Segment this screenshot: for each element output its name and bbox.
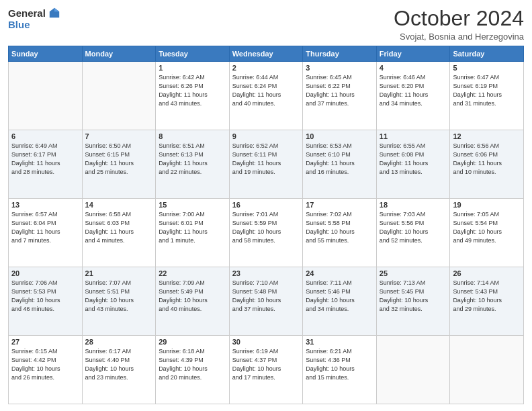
- table-row: 26Sunrise: 7:14 AM Sunset: 5:43 PM Dayli…: [450, 267, 524, 336]
- day-number: 19: [453, 201, 521, 209]
- table-row: [82, 62, 156, 130]
- day-info: Sunrise: 7:13 AM Sunset: 5:45 PM Dayligh…: [380, 279, 447, 314]
- table-row: 10Sunrise: 6:53 AM Sunset: 6:10 PM Dayli…: [303, 130, 377, 199]
- day-info: Sunrise: 6:50 AM Sunset: 6:15 PM Dayligh…: [85, 142, 153, 177]
- table-row: 13Sunrise: 6:57 AM Sunset: 6:04 PM Dayli…: [9, 199, 83, 267]
- table-row: 20Sunrise: 7:06 AM Sunset: 5:53 PM Dayli…: [9, 267, 83, 336]
- header-right: October 2024 Svojat, Bosnia and Herzegov…: [394, 7, 524, 42]
- day-number: 28: [85, 338, 153, 346]
- col-sunday: Sunday: [9, 46, 83, 62]
- col-wednesday: Wednesday: [229, 46, 303, 62]
- logo-icon: [48, 7, 60, 19]
- day-info: Sunrise: 6:19 AM Sunset: 4:37 PM Dayligh…: [232, 347, 300, 382]
- day-number: 12: [453, 132, 521, 140]
- day-number: 15: [159, 201, 226, 209]
- day-number: 30: [232, 338, 300, 346]
- table-row: 3Sunrise: 6:45 AM Sunset: 6:22 PM Daylig…: [303, 62, 377, 130]
- day-number: 31: [306, 338, 373, 346]
- day-info: Sunrise: 6:44 AM Sunset: 6:24 PM Dayligh…: [232, 73, 300, 108]
- table-row: 17Sunrise: 7:02 AM Sunset: 5:58 PM Dayli…: [303, 199, 377, 267]
- day-number: 23: [232, 269, 300, 277]
- day-number: 10: [306, 132, 373, 140]
- day-info: Sunrise: 6:46 AM Sunset: 6:20 PM Dayligh…: [380, 73, 447, 108]
- table-row: 24Sunrise: 7:11 AM Sunset: 5:46 PM Dayli…: [303, 267, 377, 336]
- day-number: 8: [159, 132, 226, 140]
- table-row: 5Sunrise: 6:47 AM Sunset: 6:19 PM Daylig…: [450, 62, 524, 130]
- table-row: 2Sunrise: 6:44 AM Sunset: 6:24 PM Daylig…: [229, 62, 303, 130]
- day-info: Sunrise: 7:10 AM Sunset: 5:48 PM Dayligh…: [232, 279, 300, 314]
- day-number: 13: [11, 201, 79, 209]
- day-number: 14: [85, 201, 153, 209]
- col-tuesday: Tuesday: [156, 46, 230, 62]
- table-row: 16Sunrise: 7:01 AM Sunset: 5:59 PM Dayli…: [229, 199, 303, 267]
- col-monday: Monday: [82, 46, 156, 62]
- table-row: 12Sunrise: 6:56 AM Sunset: 6:06 PM Dayli…: [450, 130, 524, 199]
- day-info: Sunrise: 7:05 AM Sunset: 5:54 PM Dayligh…: [453, 210, 521, 245]
- day-number: 1: [159, 64, 226, 72]
- day-info: Sunrise: 6:15 AM Sunset: 4:42 PM Dayligh…: [11, 347, 79, 382]
- day-number: 17: [306, 201, 373, 209]
- col-thursday: Thursday: [303, 46, 377, 62]
- day-info: Sunrise: 7:07 AM Sunset: 5:51 PM Dayligh…: [85, 279, 153, 314]
- day-info: Sunrise: 7:06 AM Sunset: 5:53 PM Dayligh…: [11, 279, 79, 314]
- day-number: 11: [380, 132, 447, 140]
- calendar-week-row: 1Sunrise: 6:42 AM Sunset: 6:26 PM Daylig…: [9, 62, 524, 130]
- day-number: 7: [85, 132, 153, 140]
- table-row: 31Sunrise: 6:21 AM Sunset: 4:36 PM Dayli…: [303, 336, 377, 404]
- location: Svojat, Bosnia and Herzegovina: [394, 32, 524, 42]
- day-info: Sunrise: 7:03 AM Sunset: 5:56 PM Dayligh…: [380, 210, 447, 245]
- table-row: 6Sunrise: 6:49 AM Sunset: 6:17 PM Daylig…: [9, 130, 83, 199]
- calendar-week-row: 27Sunrise: 6:15 AM Sunset: 4:42 PM Dayli…: [9, 336, 524, 404]
- table-row: 9Sunrise: 6:52 AM Sunset: 6:11 PM Daylig…: [229, 130, 303, 199]
- day-info: Sunrise: 6:21 AM Sunset: 4:36 PM Dayligh…: [306, 347, 373, 382]
- table-row: 18Sunrise: 7:03 AM Sunset: 5:56 PM Dayli…: [376, 199, 450, 267]
- page: General Blue October 2024 Svojat, Bosnia…: [0, 0, 532, 411]
- day-info: Sunrise: 6:45 AM Sunset: 6:22 PM Dayligh…: [306, 73, 373, 108]
- col-friday: Friday: [376, 46, 450, 62]
- calendar-header-row: Sunday Monday Tuesday Wednesday Thursday…: [9, 46, 524, 62]
- day-info: Sunrise: 6:17 AM Sunset: 4:40 PM Dayligh…: [85, 347, 153, 382]
- table-row: [9, 62, 83, 130]
- table-row: 30Sunrise: 6:19 AM Sunset: 4:37 PM Dayli…: [229, 336, 303, 404]
- day-number: 18: [380, 201, 447, 209]
- header: General Blue October 2024 Svojat, Bosnia…: [8, 7, 524, 42]
- table-row: 19Sunrise: 7:05 AM Sunset: 5:54 PM Dayli…: [450, 199, 524, 267]
- day-number: 26: [453, 269, 521, 277]
- month-title: October 2024: [394, 7, 524, 30]
- calendar-week-row: 13Sunrise: 6:57 AM Sunset: 6:04 PM Dayli…: [9, 199, 524, 267]
- day-info: Sunrise: 6:57 AM Sunset: 6:04 PM Dayligh…: [11, 210, 79, 245]
- day-info: Sunrise: 6:47 AM Sunset: 6:19 PM Dayligh…: [453, 73, 521, 108]
- table-row: 27Sunrise: 6:15 AM Sunset: 4:42 PM Dayli…: [9, 336, 83, 404]
- day-number: 2: [232, 64, 300, 72]
- table-row: 7Sunrise: 6:50 AM Sunset: 6:15 PM Daylig…: [82, 130, 156, 199]
- calendar-week-row: 6Sunrise: 6:49 AM Sunset: 6:17 PM Daylig…: [9, 130, 524, 199]
- table-row: 21Sunrise: 7:07 AM Sunset: 5:51 PM Dayli…: [82, 267, 156, 336]
- day-info: Sunrise: 7:14 AM Sunset: 5:43 PM Dayligh…: [453, 279, 521, 314]
- day-info: Sunrise: 6:52 AM Sunset: 6:11 PM Dayligh…: [232, 142, 300, 177]
- table-row: 29Sunrise: 6:18 AM Sunset: 4:39 PM Dayli…: [156, 336, 230, 404]
- day-info: Sunrise: 6:53 AM Sunset: 6:10 PM Dayligh…: [306, 142, 373, 177]
- day-info: Sunrise: 7:09 AM Sunset: 5:49 PM Dayligh…: [159, 279, 226, 314]
- logo-blue-text: Blue: [8, 19, 30, 30]
- day-number: 4: [380, 64, 447, 72]
- table-row: 22Sunrise: 7:09 AM Sunset: 5:49 PM Dayli…: [156, 267, 230, 336]
- day-info: Sunrise: 6:51 AM Sunset: 6:13 PM Dayligh…: [159, 142, 226, 177]
- col-saturday: Saturday: [450, 46, 524, 62]
- day-number: 16: [232, 201, 300, 209]
- day-number: 5: [453, 64, 521, 72]
- table-row: 11Sunrise: 6:55 AM Sunset: 6:08 PM Dayli…: [376, 130, 450, 199]
- day-info: Sunrise: 7:02 AM Sunset: 5:58 PM Dayligh…: [306, 210, 373, 245]
- day-info: Sunrise: 7:00 AM Sunset: 6:01 PM Dayligh…: [159, 210, 226, 245]
- day-number: 24: [306, 269, 373, 277]
- day-number: 6: [11, 132, 79, 140]
- calendar-week-row: 20Sunrise: 7:06 AM Sunset: 5:53 PM Dayli…: [9, 267, 524, 336]
- day-info: Sunrise: 6:18 AM Sunset: 4:39 PM Dayligh…: [159, 347, 226, 382]
- day-number: 25: [380, 269, 447, 277]
- day-number: 29: [159, 338, 226, 346]
- day-number: 21: [85, 269, 153, 277]
- day-number: 3: [306, 64, 373, 72]
- table-row: 25Sunrise: 7:13 AM Sunset: 5:45 PM Dayli…: [376, 267, 450, 336]
- table-row: 8Sunrise: 6:51 AM Sunset: 6:13 PM Daylig…: [156, 130, 230, 199]
- table-row: 1Sunrise: 6:42 AM Sunset: 6:26 PM Daylig…: [156, 62, 230, 130]
- calendar-table: Sunday Monday Tuesday Wednesday Thursday…: [8, 46, 524, 404]
